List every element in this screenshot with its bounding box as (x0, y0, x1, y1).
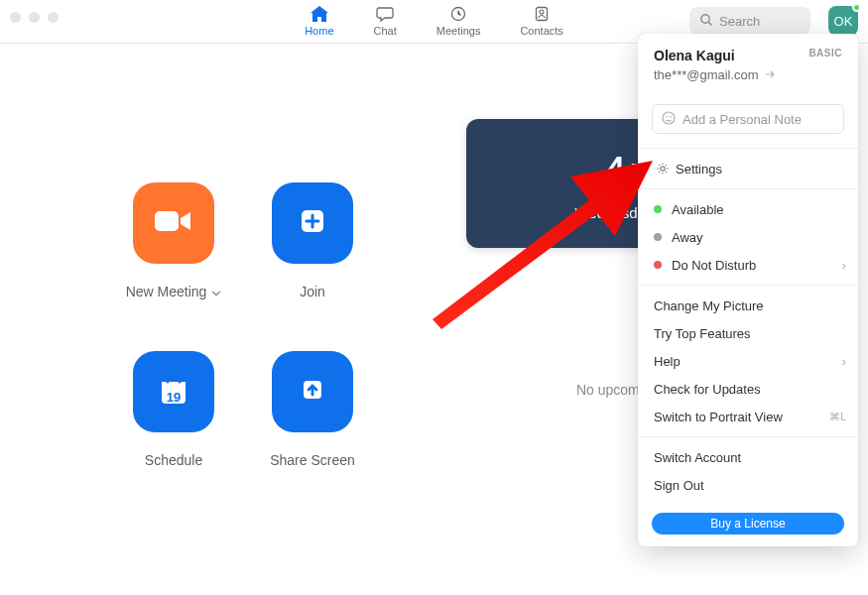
change-picture-item[interactable]: Change My Picture (638, 292, 858, 319)
home-icon (310, 6, 328, 22)
new-meeting-label: New Meeting (126, 284, 207, 299)
chevron-right-icon: › (842, 354, 846, 369)
svg-rect-8 (162, 382, 186, 389)
join-label: Join (300, 284, 325, 299)
nav-home-label: Home (305, 25, 333, 37)
svg-point-2 (540, 10, 544, 14)
clock-icon (449, 6, 467, 22)
avatar-initials: OK (834, 14, 853, 29)
nav-chat-label: Chat (374, 25, 397, 37)
join-button[interactable] (272, 182, 353, 264)
status-away-icon (654, 233, 662, 241)
svg-point-10 (179, 381, 182, 384)
share-screen-button[interactable] (272, 351, 353, 432)
schedule-button[interactable]: 19 (133, 351, 214, 432)
portrait-view-item[interactable]: Switch to Portrait View ⌘L (638, 403, 858, 430)
svg-point-15 (661, 167, 665, 171)
svg-point-3 (701, 14, 709, 22)
search-input[interactable]: Search (689, 7, 810, 35)
calendar-icon: 19 (156, 374, 191, 410)
new-meeting-button[interactable] (133, 182, 214, 264)
plan-badge: BASIC (808, 48, 842, 59)
status-available-label: Available (672, 202, 724, 217)
settings-label: Settings (676, 162, 722, 177)
join-action: Join (243, 182, 382, 299)
action-grid: New Meeting Join 19 Schedule (0, 182, 466, 468)
help-item[interactable]: Help › (638, 347, 858, 375)
share-arrow-icon (296, 373, 329, 411)
chevron-right-icon: › (842, 258, 846, 273)
smiley-icon (661, 110, 677, 129)
chat-icon (376, 6, 394, 22)
gear-icon (654, 162, 672, 176)
profile-email: the***@gmail.com (654, 67, 759, 82)
status-available[interactable]: Available (638, 195, 858, 223)
svg-point-12 (663, 112, 675, 124)
presence-dot-icon (852, 3, 861, 12)
share-screen-action: Share Screen (243, 351, 382, 468)
new-meeting-action: New Meeting (104, 182, 243, 299)
schedule-label: Schedule (145, 452, 202, 468)
svg-point-13 (666, 115, 668, 117)
svg-line-4 (708, 22, 711, 25)
main-nav: Home Chat Meetings Contacts (305, 6, 563, 37)
contacts-icon (533, 6, 551, 22)
top-features-item[interactable]: Try Top Features (638, 319, 858, 347)
nav-meetings[interactable]: Meetings (436, 6, 481, 37)
profile-dropdown: BASIC Olena Kagui the***@gmail.com Add a… (638, 34, 858, 546)
nav-contacts-label: Contacts (520, 25, 562, 37)
buy-license-button[interactable]: Buy a License (652, 513, 844, 535)
search-icon (699, 13, 713, 30)
nav-contacts[interactable]: Contacts (520, 6, 562, 37)
personal-note-placeholder: Add a Personal Note (682, 112, 802, 127)
svg-rect-5 (155, 211, 179, 231)
check-updates-item[interactable]: Check for Updates (638, 375, 858, 403)
profile-avatar-button[interactable]: OK (828, 6, 858, 36)
link-out-icon[interactable] (765, 67, 777, 82)
chevron-down-icon (211, 284, 221, 299)
status-away[interactable]: Away (638, 223, 858, 251)
switch-account-item[interactable]: Switch Account (638, 443, 858, 471)
nav-home[interactable]: Home (305, 6, 333, 37)
nav-meetings-label: Meetings (436, 25, 481, 37)
personal-note-input[interactable]: Add a Personal Note (652, 104, 844, 134)
sign-out-item[interactable]: Sign Out (638, 471, 858, 499)
nav-chat[interactable]: Chat (374, 6, 397, 37)
plus-icon (296, 204, 329, 242)
svg-point-9 (167, 381, 170, 384)
status-available-icon (654, 205, 662, 213)
status-dnd-label: Do Not Disturb (672, 258, 756, 273)
video-icon (153, 206, 194, 240)
dropdown-header: BASIC Olena Kagui the***@gmail.com (638, 34, 858, 94)
calendar-day: 19 (167, 390, 181, 405)
svg-point-14 (670, 115, 672, 117)
schedule-action: 19 Schedule (104, 351, 243, 468)
settings-item[interactable]: Settings (638, 155, 858, 182)
status-dnd[interactable]: Do Not Disturb › (638, 251, 858, 279)
status-dnd-icon (654, 261, 662, 269)
share-screen-label: Share Screen (270, 452, 355, 468)
search-placeholder: Search (719, 14, 760, 29)
shortcut-label: ⌘L (829, 411, 846, 423)
status-away-label: Away (672, 230, 703, 245)
new-meeting-label-row[interactable]: New Meeting (126, 284, 222, 299)
avatar: OK (828, 6, 858, 36)
profile-email-row: the***@gmail.com (654, 67, 842, 82)
